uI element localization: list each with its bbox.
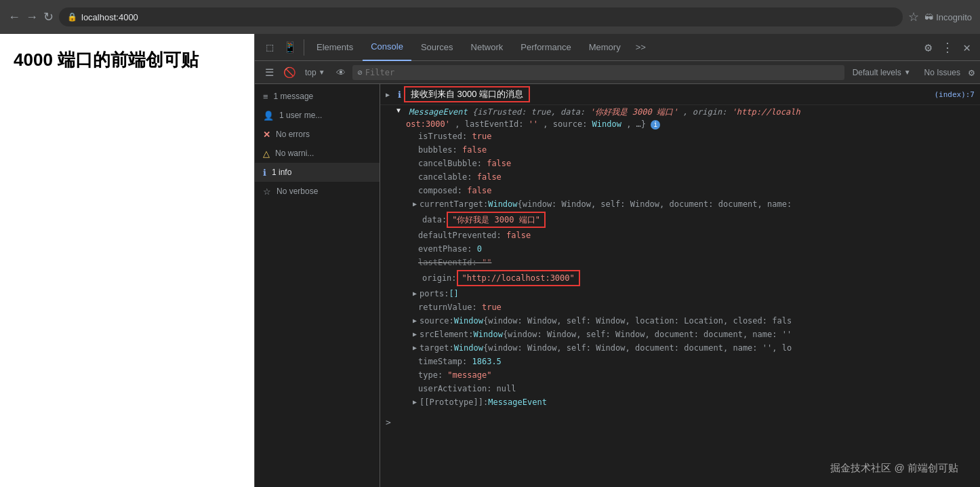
- tab-console[interactable]: Console: [363, 34, 411, 61]
- prop-type: type: "message": [380, 368, 980, 382]
- prop-lastEventId: lastEventId: "": [380, 256, 980, 269]
- no-issues-badge: No Issues: [919, 66, 966, 79]
- verbose-icon: ☆: [263, 187, 271, 197]
- url-bar: localhost:4000: [81, 12, 138, 22]
- tab-performance[interactable]: Performance: [512, 34, 579, 61]
- settings-icon[interactable]: ⚙: [920, 37, 936, 57]
- prop-data-highlighted: data: "你好我是 3000 端口": [380, 211, 980, 229]
- prop-currentTarget[interactable]: ▶ currentTarget: Window {window: Window,…: [380, 197, 980, 211]
- highlighted-msg-box: 接收到来自 3000 端口的消息: [404, 86, 530, 102]
- sidebar-toggle[interactable]: ☰: [260, 64, 278, 81]
- console-output[interactable]: ▶ ℹ 接收到来自 3000 端口的消息 (index):7 ▼ Message…: [380, 84, 980, 487]
- location-link[interactable]: (index):7: [934, 90, 975, 99]
- prop-cancelBubble: cancelBubble: false: [380, 157, 980, 170]
- console-message-highlighted: ▶ ℹ 接收到来自 3000 端口的消息 (index):7: [380, 84, 980, 105]
- info-i-badge: i: [651, 120, 660, 130]
- more-icon[interactable]: ⋮: [937, 37, 958, 57]
- expand-arrow-obj[interactable]: ▼: [396, 106, 406, 114]
- close-icon[interactable]: ✕: [959, 37, 975, 57]
- info-icon: ℹ: [263, 168, 266, 178]
- console-toolbar: ☰ 🚫 top ▼ 👁 ⊘ Default levels ▼ No Issues…: [255, 61, 980, 84]
- messages-icon: ≡: [263, 92, 268, 102]
- prop-composed: composed: false: [380, 184, 980, 197]
- sidebar-item-info[interactable]: ℹ 1 info: [255, 163, 380, 182]
- eye-icon[interactable]: 👁: [332, 64, 350, 81]
- tab-sources[interactable]: Sources: [413, 34, 462, 61]
- prop-origin-highlighted: origin: "http://localhost:3000": [380, 269, 980, 287]
- prop-defaultPrevented: defaultPrevented: false: [380, 229, 980, 242]
- device-icon[interactable]: 📱: [281, 38, 300, 57]
- prop-ports[interactable]: ▶ ports: []: [380, 287, 980, 300]
- prop-prototype[interactable]: ▶ [[Prototype]]: MessageEvent: [380, 395, 980, 409]
- tab-memory[interactable]: Memory: [581, 34, 629, 61]
- default-levels-dropdown[interactable]: Default levels ▼: [847, 66, 916, 79]
- sidebar-item-errors[interactable]: ✕ No errors: [255, 125, 380, 144]
- devtools-tabbar: ⬚ 📱 Elements Console Sources Network Per…: [255, 34, 980, 61]
- devtools-panel: ⬚ 📱 Elements Console Sources Network Per…: [254, 34, 980, 487]
- origin-value-box: "http://localhost:3000": [457, 270, 580, 286]
- prop-srcElement[interactable]: ▶ srcElement: Window {window: Window, se…: [380, 328, 980, 341]
- prop-source[interactable]: ▶ source: Window {window: Window, self: …: [380, 314, 980, 328]
- forward-button[interactable]: →: [26, 10, 38, 24]
- star-button[interactable]: ☆: [908, 9, 919, 24]
- user-icon: 👤: [263, 111, 274, 121]
- filter-input[interactable]: [365, 68, 839, 77]
- prop-bubbles: bubbles: false: [380, 143, 980, 157]
- tab-network[interactable]: Network: [463, 34, 512, 61]
- filter-icon: ⊘: [358, 68, 363, 77]
- info-badge: ℹ: [398, 90, 401, 100]
- console-settings-icon[interactable]: ⚙: [968, 66, 975, 79]
- console-content: ≡ 1 message 👤 1 user me... ✕ No errors △…: [255, 84, 980, 487]
- webpage-panel: 4000 端口的前端创可贴: [0, 34, 254, 487]
- expand-arrow-msg[interactable]: ▶: [386, 91, 395, 98]
- sidebar-item-messages[interactable]: ≡ 1 message: [255, 87, 380, 106]
- back-button[interactable]: ←: [8, 10, 20, 24]
- console-prompt[interactable]: >: [380, 414, 980, 430]
- data-value-box: "你好我是 3000 端口": [447, 212, 546, 228]
- prop-cancelable: cancelable: false: [380, 170, 980, 184]
- object-summary-line: ▼ MessageEvent {isTrusted: true, data: '…: [380, 105, 980, 119]
- incognito-label: Incognito: [936, 12, 972, 22]
- object-summary-line2: ost:3000' , lastEventId: '' , source: Wi…: [380, 119, 980, 130]
- prop-eventPhase: eventPhase: 0: [380, 242, 980, 256]
- prop-returnValue: returnValue: true: [380, 300, 980, 314]
- page-title: 4000 端口的前端创可贴: [14, 47, 241, 72]
- error-icon: ✕: [263, 130, 270, 140]
- warning-icon: △: [263, 149, 270, 159]
- watermark: 掘金技术社区 @ 前端创可贴: [830, 462, 958, 475]
- tab-more[interactable]: >>: [630, 34, 651, 61]
- prop-userActivation: userActivation: null: [380, 382, 980, 395]
- sidebar-item-verbose[interactable]: ☆ No verbose: [255, 182, 380, 201]
- prop-timeStamp: timeStamp: 1863.5: [380, 355, 980, 368]
- console-sidebar: ≡ 1 message 👤 1 user me... ✕ No errors △…: [255, 84, 380, 487]
- prop-target[interactable]: ▶ target: Window {window: Window, self: …: [380, 341, 980, 355]
- reload-button[interactable]: ↻: [43, 9, 54, 24]
- top-context-dropdown[interactable]: top ▼: [301, 66, 329, 79]
- filter-container: ⊘: [352, 65, 844, 80]
- clear-button[interactable]: 🚫: [281, 64, 298, 81]
- inspect-icon[interactable]: ⬚: [260, 38, 279, 57]
- sidebar-item-warnings[interactable]: △ No warni...: [255, 144, 380, 163]
- tab-elements[interactable]: Elements: [308, 34, 361, 61]
- prop-isTrusted: isTrusted: true: [380, 130, 980, 143]
- sidebar-item-user-messages[interactable]: 👤 1 user me...: [255, 106, 380, 125]
